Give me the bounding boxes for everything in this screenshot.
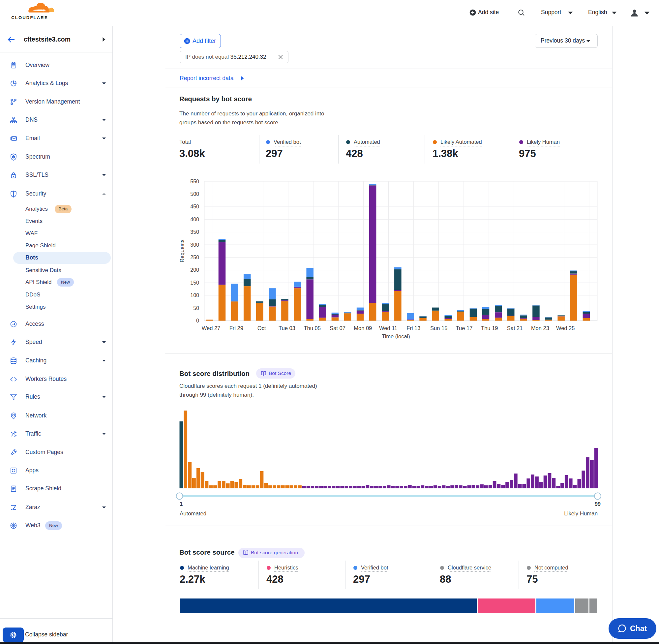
svg-text:50: 50 — [193, 305, 199, 311]
svg-text:Requests: Requests — [179, 239, 185, 262]
svg-text:Sun 15: Sun 15 — [430, 325, 447, 331]
svg-text:Fri 13: Fri 13 — [406, 325, 420, 331]
svg-text:Wed 27: Wed 27 — [202, 325, 220, 331]
svg-text:Mon 23: Mon 23 — [531, 325, 549, 331]
svg-text:Sat 21: Sat 21 — [507, 325, 523, 331]
svg-text:150: 150 — [190, 280, 199, 285]
svg-text:250: 250 — [190, 255, 199, 260]
svg-text:Tue 03: Tue 03 — [279, 325, 296, 331]
svg-text:Thu 19: Thu 19 — [481, 325, 498, 331]
svg-text:Oct: Oct — [257, 325, 266, 331]
svg-text:200: 200 — [190, 267, 199, 273]
svg-text:Wed 25: Wed 25 — [556, 325, 575, 331]
svg-text:1: 1 — [180, 501, 183, 507]
svg-text:350: 350 — [190, 229, 199, 235]
svg-text:Thu 05: Thu 05 — [304, 325, 321, 331]
svg-text:Wed 11: Wed 11 — [379, 325, 397, 331]
svg-text:Automated: Automated — [180, 510, 206, 517]
svg-text:Tue 17: Tue 17 — [456, 325, 473, 331]
svg-text:100: 100 — [190, 293, 199, 298]
svg-text:550: 550 — [190, 179, 199, 184]
svg-text:Mon 09: Mon 09 — [354, 325, 372, 331]
svg-text:Fri 29: Fri 29 — [230, 325, 243, 331]
svg-text:Sat 07: Sat 07 — [330, 325, 346, 331]
svg-text:Time (local): Time (local) — [382, 334, 410, 339]
svg-text:300: 300 — [190, 242, 199, 248]
svg-text:400: 400 — [190, 217, 199, 222]
svg-text:0: 0 — [196, 318, 199, 323]
svg-text:450: 450 — [190, 204, 199, 209]
svg-text:500: 500 — [190, 191, 199, 197]
svg-text:Likely Human: Likely Human — [564, 510, 598, 517]
svg-text:99: 99 — [595, 501, 601, 507]
